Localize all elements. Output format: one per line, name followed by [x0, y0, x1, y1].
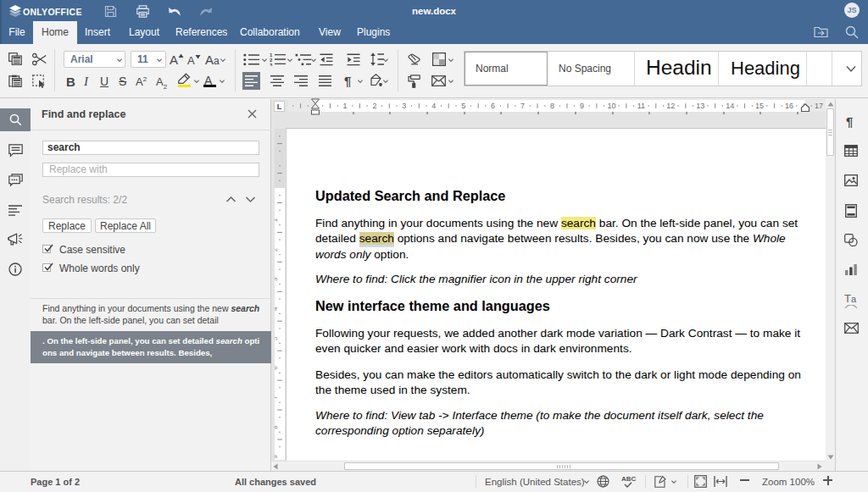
svg-text:3: 3: [275, 277, 279, 281]
svg-text:16: 16: [785, 102, 793, 110]
svg-text:9: 9: [275, 455, 279, 459]
svg-text:5: 5: [275, 336, 279, 340]
svg-text:4: 4: [431, 102, 436, 110]
svg-text:13: 13: [696, 102, 704, 110]
svg-text:1: 1: [342, 102, 347, 110]
svg-text:7: 7: [520, 102, 525, 110]
svg-text:6: 6: [275, 366, 279, 370]
svg-text:10: 10: [607, 102, 615, 110]
svg-text:17: 17: [815, 102, 823, 110]
svg-text:8: 8: [275, 425, 279, 429]
svg-text:2: 2: [275, 247, 279, 252]
svg-text:6: 6: [491, 102, 495, 110]
svg-text:9: 9: [580, 102, 584, 110]
svg-text:7: 7: [275, 395, 279, 400]
svg-text:2: 2: [372, 102, 376, 110]
svg-text:5: 5: [461, 102, 465, 110]
svg-text:11: 11: [637, 102, 645, 110]
svg-text:1: 1: [275, 218, 279, 222]
svg-text:4: 4: [275, 307, 279, 311]
svg-text:12: 12: [666, 102, 675, 110]
svg-text:8: 8: [550, 102, 554, 110]
svg-text:14: 14: [726, 102, 734, 110]
svg-text:3: 3: [270, 63, 273, 67]
svg-text:3: 3: [402, 102, 406, 110]
svg-text:15: 15: [755, 102, 764, 110]
